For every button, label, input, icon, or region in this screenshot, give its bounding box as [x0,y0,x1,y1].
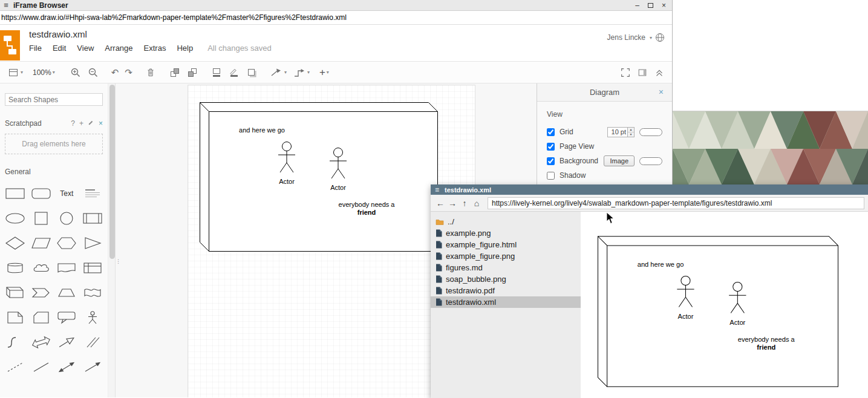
actor-1-label[interactable]: Actor [279,178,295,185]
grid-size-value[interactable]: 10 pt [607,127,628,137]
shape-trapezoid[interactable] [55,284,78,302]
to-front-button[interactable] [169,66,181,79]
sidebar-splitter-handle[interactable]: ⋮ [116,260,119,263]
file-browser-titlebar[interactable]: ≡ testdrawio.xml [431,184,868,195]
waypoints-button[interactable]: ▾ [293,66,310,79]
shadow-button[interactable] [246,66,258,79]
shape-hexagon[interactable] [55,234,78,252]
shape-tape[interactable] [81,284,104,302]
fullscreen-button[interactable] [620,66,631,79]
grid-size-input[interactable]: 10 pt ▲▼ [607,127,635,137]
menu-help[interactable]: Help [177,44,193,53]
minimize-icon[interactable]: – [635,2,639,9]
user-name[interactable]: Jens Lincke [607,33,645,42]
search-input[interactable] [8,96,102,104]
list-item-parent-dir[interactable]: ../ [431,216,581,227]
background-checkbox[interactable] [547,157,555,165]
forward-button[interactable]: → [446,197,458,209]
shape-link[interactable] [81,333,104,351]
zoom-level-dropdown[interactable]: 100% ▾ [33,66,55,79]
shape-process[interactable] [81,209,104,227]
up-button[interactable]: ↑ [458,197,471,209]
shape-bidirectional-arrow[interactable] [30,333,53,351]
shape-cloud[interactable] [30,259,53,277]
close-icon[interactable]: × [662,2,666,9]
shape-text[interactable]: Text [55,184,78,203]
scratchpad-help-icon[interactable]: ? [71,119,75,128]
sidebar-scrollbar-thumb[interactable] [109,85,115,259]
spinner-down-icon[interactable]: ▼ [628,132,634,137]
page-view-button[interactable]: ▾ [7,66,23,79]
list-item-file[interactable]: testdrawio.pdf [431,285,581,296]
shape-diamond[interactable] [4,234,27,252]
to-back-button[interactable] [186,66,198,79]
home-button[interactable]: ⌂ [471,197,483,209]
collapse-toolbar-button[interactable] [654,66,665,79]
list-item-file[interactable]: soap_bubble.png [431,273,581,285]
shape-triangle[interactable] [81,234,104,252]
line-color-button[interactable] [228,66,240,79]
grid-size-spinner[interactable]: ▲▼ [628,127,635,137]
shape-rectangle[interactable] [4,184,27,203]
shape-internal-storage[interactable] [81,259,104,277]
shape-rounded-rectangle[interactable] [30,184,53,203]
address-bar[interactable]: https://www.draw.io/#Hhpi-swa-lab%2Fmark… [0,11,672,25]
sidebar-scrollbar[interactable] [108,83,116,397]
shape-dashed-line[interactable] [4,358,27,376]
delete-button[interactable] [145,66,157,79]
menu-edit[interactable]: Edit [53,44,66,53]
shape-textbox[interactable] [81,184,104,203]
general-section-header[interactable]: General [5,168,103,176]
window-menu-icon[interactable]: ≡ [0,1,12,10]
shape-document[interactable] [55,259,78,277]
menu-view[interactable]: View [77,44,94,53]
shape-square[interactable] [30,209,53,227]
background-image-button[interactable]: Image [604,155,635,166]
shape-arrow[interactable] [55,333,78,351]
fill-color-button[interactable] [210,66,223,79]
background-color-swatch[interactable] [639,157,662,165]
cube-shape[interactable] [200,103,438,252]
shape-parallelogram[interactable] [30,234,53,252]
undo-button[interactable]: ↶ [111,66,119,79]
shape-step[interactable] [30,284,53,302]
back-button[interactable]: ← [434,197,446,209]
shape-callout[interactable] [55,308,78,327]
grid-checkbox[interactable] [547,128,555,136]
list-item-file[interactable]: example_figure.html [431,239,581,250]
shape-ellipse[interactable] [4,209,27,227]
shape-curve[interactable] [4,333,27,351]
tab-diagram[interactable]: Diagram [590,88,619,97]
diagram-drawing[interactable]: and here we go Actor Actor eve [200,102,438,252]
zoom-out-button[interactable] [87,66,99,79]
menu-file[interactable]: File [29,44,42,53]
redo-button[interactable]: ↷ [125,66,132,79]
insert-button[interactable]: +▾ [319,66,329,79]
scratchpad-add-icon[interactable]: + [79,119,83,128]
shape-circle[interactable] [55,209,78,227]
file-browser-menu-icon[interactable]: ≡ [435,186,439,194]
shape-note[interactable] [4,308,27,327]
menu-extras[interactable]: Extras [144,44,166,53]
actor-2-label[interactable]: Actor [330,184,346,191]
grid-color-swatch[interactable] [639,128,662,136]
zoom-in-button[interactable] [70,66,82,79]
format-panel-toggle-button[interactable] [637,66,648,79]
scratchpad-close-icon[interactable]: × [99,119,103,128]
menu-arrange[interactable]: Arrange [105,44,132,53]
shadow-checkbox[interactable] [547,172,555,180]
shape-cube[interactable] [4,284,27,302]
caption-line-1[interactable]: everybody needs a [339,201,396,208]
page-view-checkbox[interactable] [547,143,555,151]
caption-line-2[interactable]: friend [357,209,376,216]
list-item-file-selected[interactable]: testdrawio.xml [431,296,581,308]
connection-style-button[interactable]: ▾ [270,66,287,79]
list-item-file[interactable]: example_figure.png [431,250,581,262]
maximize-icon[interactable] [648,3,653,8]
shape-cylinder[interactable] [4,259,27,277]
shape-line[interactable] [30,358,53,376]
shape-actor[interactable] [81,308,104,327]
file-browser-address-bar[interactable]: https://lively-kernel.org/lively4/swalab… [488,197,864,209]
format-panel-close-icon[interactable]: × [659,87,664,97]
scratchpad-drop-area[interactable]: Drag elements here [5,134,103,154]
